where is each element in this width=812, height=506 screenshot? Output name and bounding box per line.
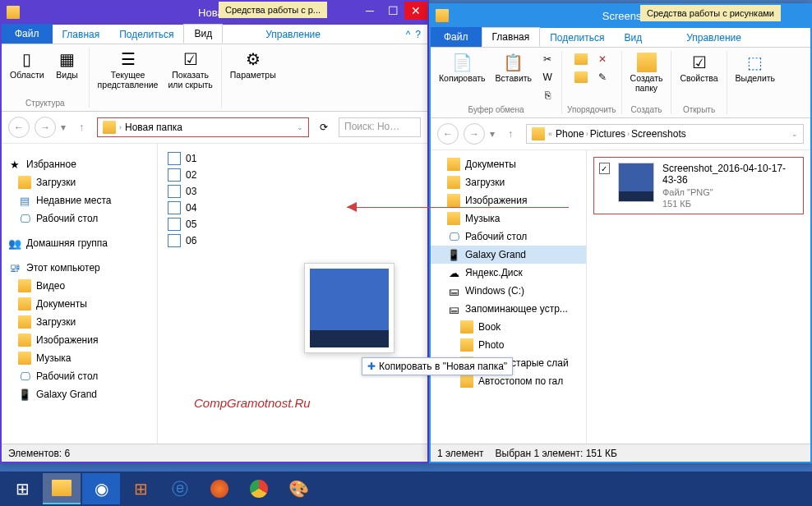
tab-manage[interactable]: Управление [676, 29, 751, 47]
titlebar[interactable]: Screenshots Средства работы с рисунками [431, 5, 810, 26]
file-tile[interactable]: ✓ Screenshot_2016-04-10-17-43-36 Файл "P… [593, 157, 804, 214]
explorer-window-right: Screenshots Средства работы с рисунками … [429, 3, 812, 463]
file-item[interactable]: 04 [164, 200, 421, 216]
help-icon[interactable]: ? [415, 29, 421, 40]
ribbon-collapse-icon[interactable]: ^ [406, 29, 411, 40]
file-item[interactable]: 03 [164, 183, 421, 200]
task-paint[interactable]: 🎨 [279, 473, 317, 504]
up-button[interactable]: ↑ [500, 123, 521, 145]
sidebar-favorites[interactable]: ★Избранное [2, 155, 157, 173]
current-view-button[interactable]: ☰Текущее представление [95, 48, 162, 106]
views-button[interactable]: ▦Виды [51, 48, 84, 97]
sidebar-homegroup[interactable]: 👥Домашняя группа [2, 234, 157, 252]
show-hide-button[interactable]: ☑Показать или скрыть [164, 48, 215, 106]
homegroup-icon: 👥 [8, 237, 21, 250]
file-list[interactable]: ✓ Screenshot_2016-04-10-17-43-36 Файл "P… [587, 150, 810, 449]
minimize-button[interactable]: ─ [358, 2, 381, 20]
titlebar[interactable]: Новая папка Средства работы с р... ─ ☐ ✕ [2, 2, 427, 23]
sidebar-downloads[interactable]: Загрузки [431, 173, 586, 191]
new-folder-button[interactable]: Создать папку [627, 51, 667, 104]
rename-button[interactable]: ✎ [593, 69, 611, 85]
task-app-blue[interactable]: ◉ [82, 473, 120, 504]
sidebar-desktop[interactable]: 🖵Рабочий стол [431, 228, 586, 246]
forward-button[interactable]: → [464, 123, 485, 145]
sidebar-galaxy[interactable]: 📱Galaxy Grand [2, 385, 157, 403]
sidebar-downloads2[interactable]: Загрузки [2, 313, 157, 331]
folder-icon [18, 315, 31, 329]
properties-button[interactable]: ☑Свойства [676, 51, 721, 104]
sidebar-video[interactable]: Видео [2, 277, 157, 295]
sidebar-music[interactable]: Музыка [431, 209, 586, 228]
paste-icon: 📋 [504, 53, 524, 72]
sidebar-photo[interactable]: Photo [431, 336, 586, 354]
task-ie[interactable]: ⓔ [161, 473, 199, 504]
address-bar: ← → ▾ ↑ › Новая папка ⌄ ⟳ Поиск: Но… [2, 112, 427, 144]
paste-button[interactable]: 📋Вставить [492, 51, 536, 104]
sidebar-documents[interactable]: Документы [2, 295, 157, 313]
tab-home[interactable]: Главная [482, 27, 541, 47]
sidebar-desktop2[interactable]: 🖵Рабочий стол [2, 367, 157, 385]
areas-button[interactable]: ▯Области [7, 48, 48, 97]
tab-file[interactable]: Файл [2, 24, 53, 44]
recent-dropdown-icon[interactable]: ▾ [61, 122, 66, 133]
sidebar-storage[interactable]: 🖴Запоминающее устр... [431, 300, 586, 318]
tab-file[interactable]: Файл [431, 27, 482, 47]
task-chrome[interactable] [240, 473, 278, 504]
tab-share[interactable]: Поделиться [540, 29, 614, 47]
folder-icon [18, 297, 31, 310]
back-button[interactable]: ← [437, 123, 459, 145]
sidebar-recent[interactable]: ▤Недавние места [2, 191, 157, 209]
up-button[interactable]: ↑ [71, 117, 92, 138]
checkbox[interactable]: ✓ [599, 163, 610, 174]
sidebar-yandex[interactable]: ☁Яндекс.Диск [431, 264, 586, 282]
contextual-tab[interactable]: Средства работы с рисунками [640, 5, 781, 21]
file-item[interactable]: 06 [164, 232, 421, 249]
delete-button[interactable]: ✕ [593, 51, 611, 67]
file-item[interactable]: 02 [164, 167, 421, 183]
folder-icon [447, 176, 460, 189]
task-firefox[interactable] [201, 473, 238, 504]
sidebar-pictures[interactable]: Изображения [2, 331, 157, 349]
tab-view[interactable]: Вид [183, 24, 223, 44]
start-button[interactable]: ⊞ [3, 473, 41, 504]
sidebar-windows-c[interactable]: 🖴Windows (C:) [431, 282, 586, 300]
paste-shortcut-button[interactable]: ⎘ [538, 87, 556, 104]
maximize-button[interactable]: ☐ [381, 2, 404, 20]
file-item[interactable]: 01 [164, 150, 421, 167]
move-to-button[interactable] [572, 51, 590, 67]
back-button[interactable]: ← [8, 117, 30, 138]
copy-button[interactable]: 📄Копировать [436, 51, 489, 104]
close-button[interactable]: ✕ [404, 2, 427, 20]
address-input[interactable]: « Phone›Pictures›Screenshots ⌄ [526, 124, 804, 144]
copy-to-button[interactable] [572, 69, 590, 85]
drive-icon: 🖴 [447, 284, 460, 297]
options-button[interactable]: ⚙Параметры [227, 48, 279, 108]
ribbon: 📄Копировать 📋Вставить ✂ W ⎘ Буфер обмена… [431, 48, 810, 118]
task-explorer[interactable] [43, 473, 81, 504]
forward-button[interactable]: → [35, 117, 56, 138]
sidebar-documents[interactable]: Документы [431, 155, 586, 173]
sidebar-music[interactable]: Музыка [2, 349, 157, 367]
sidebar-book[interactable]: Book [431, 318, 586, 336]
sidebar-downloads[interactable]: Загрузки [2, 173, 157, 191]
tab-manage[interactable]: Управление [256, 25, 330, 44]
copy-path-button[interactable]: W [538, 69, 556, 85]
sidebar-galaxy[interactable]: 📱Galaxy Grand [431, 246, 586, 264]
sidebar-desktop[interactable]: 🖵Рабочий стол [2, 209, 157, 228]
file-item[interactable]: 05 [164, 216, 421, 232]
task-app-tiles[interactable]: ⊞ [122, 473, 159, 504]
address-input[interactable]: › Новая папка ⌄ [97, 117, 309, 137]
cut-button[interactable]: ✂ [538, 51, 556, 67]
tab-home[interactable]: Главная [53, 25, 110, 44]
folder-icon [447, 212, 460, 225]
folder-icon [18, 352, 31, 365]
sidebar-thispc[interactable]: 🖳Этот компьютер [2, 259, 157, 277]
search-input[interactable]: Поиск: Но… [339, 117, 421, 137]
refresh-button[interactable]: ⟳ [314, 117, 334, 137]
tab-view[interactable]: Вид [614, 29, 652, 47]
select-button[interactable]: ⬚Выделить [732, 51, 778, 114]
file-label: 03 [186, 186, 196, 197]
recent-dropdown-icon[interactable]: ▾ [490, 128, 495, 140]
tab-share[interactable]: Поделиться [109, 25, 183, 44]
contextual-tab[interactable]: Средства работы с р... [219, 2, 327, 18]
